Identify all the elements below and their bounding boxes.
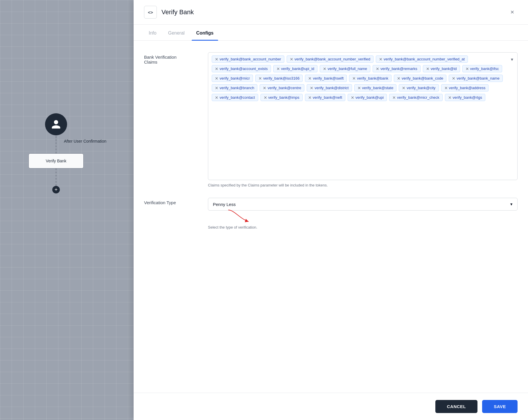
claim-tag[interactable]: ✕verify_bank@micr_check: [389, 94, 442, 101]
claim-tag[interactable]: ✕verify_bank@upi: [348, 94, 387, 101]
tag-remove-icon[interactable]: ✕: [308, 96, 312, 100]
tab-configs[interactable]: Configs: [192, 25, 218, 40]
verification-type-helper: Select the type of verification.: [208, 225, 518, 229]
tag-remove-icon[interactable]: ✕: [323, 67, 326, 71]
panel-title: Verify Bank: [161, 8, 194, 16]
tag-remove-icon[interactable]: ✕: [352, 76, 356, 80]
claims-tags-container: ✕verify_bank@bank_account_number✕verify_…: [212, 55, 514, 101]
claim-tag[interactable]: ✕verify_bank@bank_account_number: [212, 55, 284, 63]
tab-info[interactable]: Info: [144, 25, 161, 40]
add-node-button[interactable]: +: [52, 186, 60, 193]
claim-tag[interactable]: ✕verify_bank@imps: [261, 94, 303, 101]
panel-footer: CANCEL SAVE: [134, 393, 528, 420]
claim-tag[interactable]: ✕verify_bank@neft: [305, 94, 345, 101]
bank-verification-label: Bank Verification Claims: [144, 52, 196, 187]
claim-tag[interactable]: ✕verify_bank@centre: [260, 84, 304, 91]
bank-verification-claims-row: Bank Verification Claims ▾ ✕verify_bank@…: [144, 52, 518, 187]
tag-remove-icon[interactable]: ✕: [215, 67, 218, 71]
tab-general[interactable]: General: [164, 25, 189, 40]
tag-remove-icon[interactable]: ✕: [466, 67, 469, 71]
tag-remove-icon[interactable]: ✕: [351, 96, 354, 100]
claim-tag[interactable]: ✕verify_bank@micr: [212, 75, 253, 82]
tabs-bar: Info General Configs: [134, 25, 528, 41]
claim-tag[interactable]: ✕verify_bank@ifsc: [462, 65, 502, 72]
node-label: After User Confirmation: [64, 139, 106, 143]
tag-remove-icon[interactable]: ✕: [215, 86, 218, 90]
claims-helper-text: Claims specified by the Claims parameter…: [208, 183, 518, 187]
code-icon: <>: [148, 10, 153, 15]
tag-remove-icon[interactable]: ✕: [215, 76, 218, 80]
claim-tag[interactable]: ✕verify_bank@remarks: [373, 65, 421, 72]
dashed-line-mid: [56, 136, 56, 153]
user-confirmation-node[interactable]: [45, 113, 67, 135]
tag-remove-icon[interactable]: ✕: [263, 86, 266, 90]
tag-remove-icon[interactable]: ✕: [444, 86, 448, 90]
claim-tag[interactable]: ✕verify_bank@city: [399, 84, 439, 91]
claim-tag[interactable]: ✕verify_bank@branch: [212, 84, 257, 91]
claims-multiselect[interactable]: ▾ ✕verify_bank@bank_account_number✕verif…: [208, 52, 518, 180]
claim-tag[interactable]: ✕verify_bank@contact: [212, 94, 258, 101]
tag-remove-icon[interactable]: ✕: [290, 57, 293, 61]
code-icon-button[interactable]: <>: [144, 6, 157, 19]
tag-remove-icon[interactable]: ✕: [308, 76, 312, 80]
verify-bank-node[interactable]: Verify Bank: [28, 153, 84, 168]
close-button[interactable]: ×: [507, 7, 518, 17]
tag-remove-icon[interactable]: ✕: [448, 96, 452, 100]
panel-header: <> Verify Bank ×: [134, 0, 528, 25]
dashed-line-bottom: [56, 168, 56, 186]
claim-tag[interactable]: ✕verify_bank@district: [307, 84, 352, 91]
flow-area: After User Confirmation Verify Bank +: [0, 0, 134, 420]
user-icon: [51, 119, 61, 130]
select-dropdown-arrow: ▾: [510, 202, 513, 207]
red-arrow-annotation: [208, 211, 518, 222]
panel: <> Verify Bank × Info General Configs Ba…: [134, 0, 528, 420]
tag-remove-icon[interactable]: ✕: [358, 86, 361, 90]
claim-tag[interactable]: ✕verify_bank@bank_account_number_verifie…: [376, 55, 468, 63]
tag-remove-icon[interactable]: ✕: [258, 76, 262, 80]
claim-tag[interactable]: ✕verify_bank@rtgs: [445, 94, 485, 101]
tag-remove-icon[interactable]: ✕: [310, 86, 313, 90]
claim-tag[interactable]: ✕verify_bank@full_name: [320, 65, 370, 72]
cancel-button[interactable]: CANCEL: [435, 400, 478, 413]
tag-remove-icon[interactable]: ✕: [397, 76, 401, 80]
claim-tag[interactable]: ✕verify_bank@bank_account_number_verifie…: [287, 55, 373, 63]
claim-tag[interactable]: ✕verify_bank@bank_name: [449, 75, 503, 82]
tag-remove-icon[interactable]: ✕: [215, 96, 218, 100]
verification-type-label: Verification Type: [144, 198, 196, 229]
verification-type-row: Verification Type Penny Less ▾: [144, 198, 518, 229]
header-left: <> Verify Bank: [144, 6, 194, 19]
tag-remove-icon[interactable]: ✕: [402, 86, 405, 90]
tag-remove-icon[interactable]: ✕: [426, 67, 430, 71]
tag-remove-icon[interactable]: ✕: [392, 96, 396, 100]
tag-remove-icon[interactable]: ✕: [264, 96, 267, 100]
tag-remove-icon[interactable]: ✕: [276, 67, 280, 71]
tag-remove-icon[interactable]: ✕: [379, 57, 382, 61]
claim-tag[interactable]: ✕verify_bank@iso3166: [255, 75, 303, 82]
save-button[interactable]: SAVE: [482, 400, 518, 413]
claim-tag[interactable]: ✕verify_bank@bank_code: [394, 75, 446, 82]
verification-type-field: Penny Less ▾ Select the type of verifi: [208, 198, 518, 229]
tag-remove-icon[interactable]: ✕: [376, 67, 379, 71]
bank-verification-field: ▾ ✕verify_bank@bank_account_number✕verif…: [208, 52, 518, 187]
tag-remove-icon[interactable]: ✕: [452, 76, 455, 80]
tag-remove-icon[interactable]: ✕: [215, 57, 218, 61]
claim-tag[interactable]: ✕verify_bank@address: [441, 84, 489, 91]
red-arrow-svg: [225, 207, 260, 225]
claim-tag[interactable]: ✕verify_bank@upi_id: [273, 65, 317, 72]
claim-tag[interactable]: ✕verify_bank@bank: [349, 75, 391, 82]
claim-tag[interactable]: ✕verify_bank@swift: [305, 75, 347, 82]
claim-tag[interactable]: ✕verify_bank@account_exists: [212, 65, 271, 72]
claims-dropdown-arrow: ▾: [511, 57, 513, 62]
panel-content: Bank Verification Claims ▾ ✕verify_bank@…: [134, 41, 528, 393]
claim-tag[interactable]: ✕verify_bank@id: [423, 65, 460, 72]
claim-tag[interactable]: ✕verify_bank@state: [354, 84, 397, 91]
